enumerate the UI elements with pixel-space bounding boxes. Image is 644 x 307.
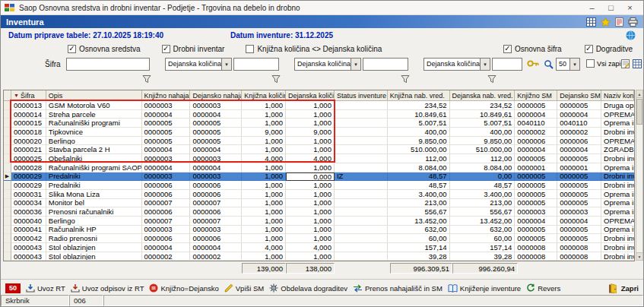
table-cell[interactable]: 0000021 xyxy=(11,145,46,154)
table-cell[interactable]: 1,000 xyxy=(286,145,335,154)
table-cell[interactable]: 3.400,00 xyxy=(450,190,516,199)
table-cell[interactable]: 1,000 xyxy=(242,190,286,199)
table-cell[interactable]: 4,000 xyxy=(242,154,286,163)
table-cell[interactable]: 400,00 xyxy=(388,128,450,137)
table-cell[interactable]: 0000006 xyxy=(557,137,601,146)
table-cell[interactable]: 0000005 xyxy=(515,199,557,208)
filter-combo-1[interactable]: Dejanska količina▼ xyxy=(165,58,232,71)
table-cell[interactable] xyxy=(335,101,388,110)
table-cell[interactable]: 0000005 xyxy=(557,234,601,243)
table-row[interactable]: 0000040Berlingo000000700000071,0001,0001… xyxy=(4,217,634,226)
table-row[interactable]: 0000018Tipkovnice000000500000059,0009,00… xyxy=(4,128,634,137)
table-cell[interactable]: 13.452,00 xyxy=(450,217,516,226)
column-header-knjizna-kolicina[interactable]: Knjižna količina xyxy=(242,90,286,101)
table-cell[interactable]: 0000005 xyxy=(515,234,557,243)
table-cell[interactable]: 0000005 xyxy=(557,199,601,208)
table-cell[interactable]: 0000015 xyxy=(11,119,46,128)
table-cell[interactable]: 0000005 xyxy=(515,226,557,235)
table-cell[interactable]: Drobni inv xyxy=(601,154,634,163)
table-cell[interactable] xyxy=(335,243,388,252)
table-cell[interactable]: Oprema in xyxy=(601,207,634,217)
table-cell[interactable]: 1,000 xyxy=(286,110,335,119)
edit-document-icon[interactable] xyxy=(621,59,630,68)
filter-funnel-icon[interactable] xyxy=(487,74,496,84)
table-cell[interactable]: 1,000 xyxy=(242,172,286,182)
revers-button[interactable]: Revers xyxy=(526,283,560,293)
table-cell[interactable]: Drobni inv xyxy=(601,172,634,182)
checkbox-drobni-inventar[interactable]: Drobni inventar xyxy=(162,45,225,53)
zapri-button[interactable]: Zapri xyxy=(608,283,639,293)
table-cell[interactable]: 9,000 xyxy=(242,128,286,137)
filter-funnel-icon[interactable] xyxy=(271,74,281,84)
table-cell[interactable]: 13.452,00 xyxy=(388,217,450,226)
table-cell[interactable]: 48,57 xyxy=(388,172,450,182)
table-cell[interactable]: 1,000 xyxy=(242,199,286,208)
table-cell[interactable]: 556,67 xyxy=(388,207,450,217)
checkbox-box[interactable] xyxy=(586,59,595,68)
table-cell[interactable]: 0000006 xyxy=(190,181,242,190)
table-cell[interactable]: 9.850,00 xyxy=(450,137,516,146)
table-cell[interactable]: 4,000 xyxy=(286,243,335,252)
table-cell[interactable]: 0000034 xyxy=(11,199,46,208)
table-cell[interactable]: 632,00 xyxy=(388,226,450,235)
table-cell[interactable]: 0000004 xyxy=(142,110,191,119)
sifra-input[interactable] xyxy=(66,58,150,71)
checkbox-box[interactable] xyxy=(585,45,593,53)
table-cell[interactable]: 0000004 xyxy=(190,145,242,154)
checkbox-vsi-zapisi[interactable]: Vsi zapisi xyxy=(586,59,626,68)
table-row[interactable]: 0000014Streha parcele000000400000041,000… xyxy=(4,110,634,119)
table-cell[interactable]: 0,000 xyxy=(286,172,335,182)
table-cell[interactable]: Tipkovnice xyxy=(46,128,142,137)
table-cell[interactable]: 0000005 xyxy=(557,154,601,163)
table-cell[interactable] xyxy=(335,163,388,172)
table-cell[interactable]: 48,57 xyxy=(450,181,516,190)
table-cell[interactable]: Drobni inv xyxy=(601,243,634,252)
table-row[interactable]: ▶0000029Predalniki000000300000031,0000,0… xyxy=(4,172,634,182)
table-cell[interactable]: OPREMA xyxy=(601,110,634,119)
table-cell[interactable]: 8.084,00 xyxy=(388,163,450,172)
table-cell[interactable]: 1,000 xyxy=(242,101,286,110)
table-cell[interactable]: OPREMA xyxy=(601,217,634,226)
table-cell[interactable]: 0000003 xyxy=(142,172,191,182)
table-cell[interactable]: 0000007 xyxy=(190,217,242,226)
table-cell[interactable]: Računalnik HP xyxy=(46,226,142,235)
printer-icon[interactable] xyxy=(628,17,638,27)
table-cell[interactable]: 9,000 xyxy=(286,128,335,137)
table-cell[interactable] xyxy=(335,207,388,217)
table-cell[interactable]: 48,57 xyxy=(388,181,450,190)
uvoz-odpisov-button[interactable]: Uvoz odpisov iz RT xyxy=(71,283,144,293)
table-cell[interactable] xyxy=(335,128,388,137)
chevron-down-icon[interactable]: ▼ xyxy=(480,59,490,70)
table-cell[interactable]: GSM Motorola V60 xyxy=(46,101,142,110)
table-cell[interactable]: 1,000 xyxy=(242,226,286,235)
table-cell[interactable]: 0000006 xyxy=(142,207,191,217)
table-cell[interactable]: 1,000 xyxy=(286,181,335,190)
table-row[interactable]: 0000043Stol oblazinjen000000200000021,00… xyxy=(4,252,634,261)
table-cell[interactable]: 1,000 xyxy=(286,163,335,172)
table-cell[interactable]: 0000006 xyxy=(142,190,191,199)
table-cell[interactable]: 1,000 xyxy=(286,207,335,217)
table-cell[interactable]: 5.007,51 xyxy=(388,119,450,128)
table-cell[interactable]: 510.000,00 xyxy=(388,145,450,154)
table-cell[interactable]: 0000002 xyxy=(142,252,191,261)
filter-combo-2[interactable]: Dejanska količina▼ xyxy=(294,58,361,71)
table-cell[interactable]: 0000005 xyxy=(515,172,557,182)
table-cell[interactable]: 0000001 xyxy=(557,163,601,172)
prenos-nahajalisc-button[interactable]: Prenos nahajališč in SM xyxy=(353,284,443,293)
table-cell[interactable]: 213,00 xyxy=(450,199,516,208)
table-cell[interactable]: 4,000 xyxy=(242,243,286,252)
table-cell[interactable]: 0000004 xyxy=(190,243,242,252)
table-cell[interactable]: 0000004 xyxy=(515,110,557,119)
table-cell[interactable]: 632,00 xyxy=(450,226,516,235)
table-cell[interactable]: Stol oblazinjen xyxy=(46,243,142,252)
table-cell[interactable]: Druga opr xyxy=(601,101,634,110)
table-cell[interactable]: 0000005 xyxy=(142,119,191,128)
table-cell[interactable]: 0000003 xyxy=(190,226,242,235)
table-cell[interactable]: 0040110 xyxy=(515,119,557,128)
table-cell[interactable]: Oprema in xyxy=(601,199,634,208)
table-cell[interactable]: 0000006 xyxy=(515,137,557,146)
filter-value-input-3[interactable] xyxy=(492,58,522,71)
table-cell[interactable]: 1,000 xyxy=(286,252,335,261)
column-header-knjizna-nab-vred[interactable]: Knjižna nab. vred. xyxy=(388,90,450,101)
chevron-down-icon[interactable]: ▼ xyxy=(569,59,579,70)
